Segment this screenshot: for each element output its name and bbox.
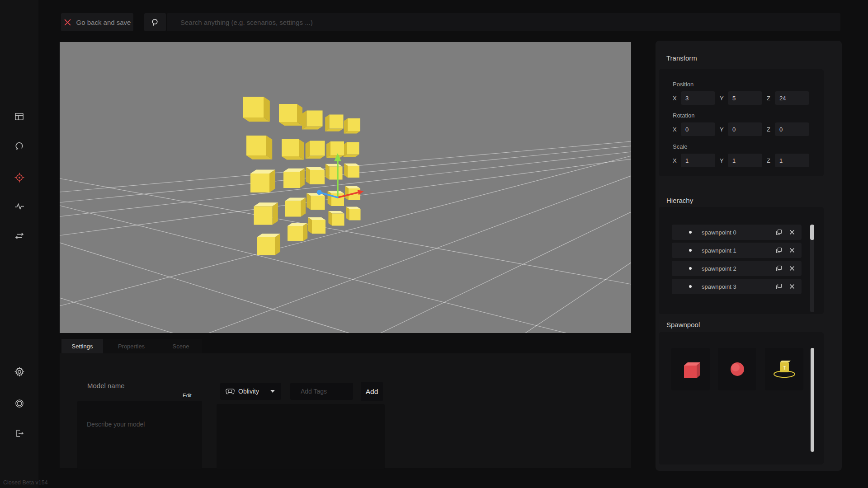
bottom-panel: Settings Properties Scene Model name Edi… [60,339,631,468]
transform-title: Transform [666,54,697,62]
hierarchy-item-label: spawnpoint 0 [702,229,736,236]
bullet-icon [689,285,692,288]
transform-section: Position X Y Z Rotation X Y Z Scale X Y … [659,69,824,176]
search-input[interactable] [167,13,840,31]
hierarchy-row-spawnpoint-0[interactable]: spawnpoint 0 [672,225,802,240]
axis-x-label: X [673,157,681,164]
axis-y-label: Y [720,95,728,102]
spawnpool-tile-red-sphere[interactable] [718,348,756,390]
game-select-value: Oblivity [238,388,259,395]
scene-viewport[interactable] [60,42,631,333]
remove-icon[interactable] [788,229,796,236]
axis-z-label: Z [767,126,775,133]
bullet-icon [689,249,692,252]
hierarchy-scrollbar-track[interactable] [810,225,814,312]
red-sphere-icon [725,357,750,382]
duplicate-icon[interactable] [775,283,783,290]
hierarchy-row-spawnpoint-3[interactable]: spawnpoint 3 [672,279,802,294]
scale-x-input[interactable] [681,154,715,167]
scale-label: Scale [673,143,824,150]
hierarchy-row-spawnpoint-1[interactable]: spawnpoint 1 [672,243,802,258]
orbit-select-icon[interactable] [14,141,25,152]
gamepad-icon [226,388,235,395]
scale-y-input[interactable] [728,154,762,167]
inspector-panel: Transform Position X Y Z Rotation X Y Z … [656,41,842,471]
axis-y-label: Y [720,126,728,133]
swap-arrows-icon[interactable] [14,230,25,241]
left-toolbar: Closed Beta v154 [0,0,38,488]
description-textarea[interactable] [77,401,202,469]
edit-button[interactable]: Edit [183,393,192,398]
chevron-down-icon [270,390,275,393]
duplicate-icon[interactable] [775,229,783,236]
red-cube-icon [678,357,703,382]
remove-icon[interactable] [788,247,796,254]
bullet-icon [689,231,692,234]
duplicate-icon[interactable] [775,247,783,254]
description-field [77,401,202,469]
rotation-label: Rotation [673,112,824,119]
search-bar [167,13,840,31]
record-circle-icon[interactable] [14,398,25,409]
remove-icon[interactable] [788,265,796,272]
search-icon-button[interactable] [144,13,166,31]
hierarchy-item-label: spawnpoint 3 [702,283,736,290]
scene-svg [60,42,631,333]
spawnpool-tile-red-cube[interactable] [671,348,710,390]
model-name-label: Model name [87,382,125,389]
hierarchy-section: spawnpoint 0 spawnpoint 1 spawnpoint 2 s… [659,207,824,314]
axis-y-label: Y [720,157,728,164]
go-back-save-label: Go back and save [76,19,131,26]
go-back-save-button[interactable]: Go back and save [61,13,133,31]
tab-strip: Settings Properties Scene [61,339,202,353]
spawnpool-title: Spawnpool [666,321,700,328]
add-tag-button[interactable]: Add [361,382,383,401]
spawnpool-tile-spawn-marker[interactable]: T [765,348,803,390]
hierarchy-row-spawnpoint-2[interactable]: spawnpoint 2 [672,261,802,276]
tab-scene[interactable]: Scene [160,339,202,353]
settings-tab-content: Model name Edit Oblivity Add [60,353,631,468]
pulse-icon[interactable] [14,201,25,212]
hierarchy-title: Hierachy [666,197,693,204]
duplicate-icon[interactable] [775,265,783,272]
rotation-row: X Y Z [673,122,824,136]
rotation-z-input[interactable] [775,122,809,136]
spawnpool-scrollbar-thumb[interactable] [811,348,814,452]
close-icon [64,19,71,26]
hierarchy-scrollbar-thumb[interactable] [810,225,814,240]
hierarchy-item-label: spawnpoint 1 [702,247,736,254]
game-select-dropdown[interactable]: Oblivity [220,383,281,400]
version-label: Closed Beta v154 [3,479,48,486]
scale-row: X Y Z [673,154,824,167]
hierarchy-item-label: spawnpoint 2 [702,265,736,272]
rotation-x-input[interactable] [681,122,715,136]
position-row: X Y Z [673,91,824,105]
add-tags-input[interactable] [290,383,353,400]
axis-x-label: X [673,126,681,133]
target-icon[interactable] [14,172,25,183]
logout-icon[interactable] [14,427,25,439]
position-x-input[interactable] [681,91,715,105]
search-icon [151,18,160,27]
tags-list-area [217,404,385,469]
layout-panel-icon[interactable] [14,111,25,122]
tab-properties[interactable]: Properties [103,339,160,353]
position-z-input[interactable] [775,91,809,105]
marker-letter: T [783,365,786,371]
scale-z-input[interactable] [775,154,809,167]
position-label: Position [673,81,824,88]
axis-x-label: X [673,95,681,102]
rotation-y-input[interactable] [728,122,762,136]
bullet-icon [689,267,692,270]
remove-icon[interactable] [788,283,796,290]
tab-settings[interactable]: Settings [61,339,103,353]
axis-z-label: Z [767,95,775,102]
axis-z-label: Z [767,157,775,164]
tags-field [290,383,353,400]
spawnpool-section: T [659,332,824,465]
app-window: Closed Beta v154 Go back and save Settin… [0,0,868,488]
settings-gear-icon[interactable] [14,366,25,377]
spawn-marker-icon: T [769,356,800,383]
position-y-input[interactable] [728,91,762,105]
